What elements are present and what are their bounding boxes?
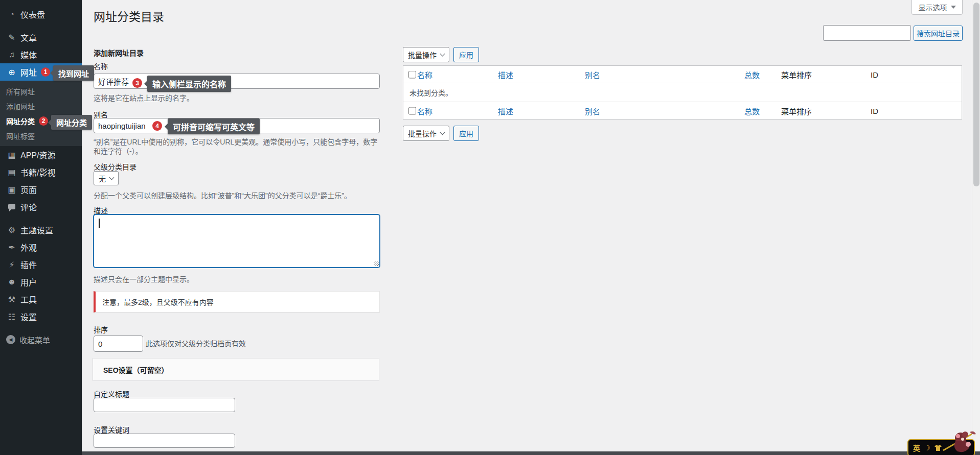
tooltip-text: 找到网址: [58, 68, 89, 79]
sidebar-item-dashboard[interactable]: ◔ 仪表盘: [0, 6, 82, 23]
sidebar-item-books-media[interactable]: ▤ 书籍/影视: [0, 163, 82, 181]
sidebar-item-label: 工具: [20, 293, 37, 305]
bulk-actions-top: 批量操作 应用: [403, 47, 479, 62]
overlay-glyph: 英: [913, 443, 920, 453]
column-header-id: ID: [871, 70, 878, 79]
chevron-down-icon: [109, 175, 115, 180]
sidebar-item-label: 外观: [20, 241, 37, 253]
sidebar-item-url-tags[interactable]: 网址标签: [0, 128, 82, 143]
tooltip-text: 输入侧栏显示的名称: [152, 78, 226, 90]
sidebar-item-plugins[interactable]: ⚡ 插件: [0, 256, 82, 273]
add-category-form: 添加新网址目录 名称 这将是它在站点上显示的名字。 别名 “别名”是在URL中使…: [94, 45, 380, 453]
sidebar-item-label: 用户: [20, 276, 37, 288]
menu-separator: [0, 215, 82, 221]
screen-options-label: 显示选项: [919, 2, 947, 12]
plugin-icon: ⚡: [6, 260, 17, 270]
book-icon: ▤: [6, 167, 17, 177]
bulk-action-select[interactable]: 批量操作: [403, 126, 449, 141]
bulk-action-value: 批量操作: [408, 128, 437, 138]
form-heading: 添加新网址目录: [94, 47, 144, 58]
sidebar-item-tools[interactable]: ⚒ 工具: [0, 291, 82, 308]
sidebar-item-label: 评论: [20, 201, 37, 213]
column-header-count[interactable]: 总数: [744, 69, 760, 80]
media-icon: ♫: [6, 50, 17, 59]
pages-icon: ▣: [6, 185, 17, 195]
warning-notice: 注意，最多2级，且父级不应有内容: [94, 291, 380, 313]
tooltip-text: 网址分类: [56, 117, 87, 128]
column-header-name[interactable]: 名称: [417, 105, 432, 116]
taskbar-edge: [82, 451, 980, 455]
name-help: 这将是它在站点上显示的名字。: [94, 93, 194, 103]
vertical-scrollbar[interactable]: [972, 0, 980, 455]
sidebar-item-comments[interactable]: 评论: [0, 198, 82, 215]
apply-button[interactable]: 应用: [453, 126, 479, 141]
comments-icon: [6, 202, 17, 211]
apply-button[interactable]: 应用: [453, 47, 479, 62]
page-title: 网址分类目录: [94, 7, 164, 25]
slug-help: “别名”是在URL中使用的别称，它可以令URL更美观。通常使用小写，只能包含字母…: [94, 137, 380, 156]
sidebar-item-label: 仪表盘: [20, 8, 45, 20]
sidebar-item-label: 网址标签: [6, 131, 35, 141]
custom-title-label: 自定义标题: [94, 389, 129, 399]
search-button[interactable]: 搜索网址目录: [914, 26, 963, 41]
posts-icon: ✎: [6, 33, 17, 42]
brush-icon: ✒: [6, 243, 17, 252]
select-all-checkbox[interactable]: [408, 107, 416, 114]
scrollbar-thumb[interactable]: [973, 3, 979, 186]
sliders-icon: ☷: [6, 312, 17, 322]
description-help: 描述只会在一部分主题中显示。: [94, 275, 194, 284]
menu-separator: [0, 325, 82, 331]
column-header-id: ID: [871, 106, 878, 115]
parent-category-value: 无: [99, 173, 106, 183]
custom-title-input[interactable]: [94, 398, 235, 412]
table-header-row: 名称 描述 别名 总数 菜单排序 ID: [403, 66, 962, 83]
sidebar-item-theme-settings[interactable]: ⚙ 主题设置: [0, 221, 82, 238]
sidebar-item-settings[interactable]: ☷ 设置: [0, 308, 82, 325]
name-label: 名称: [94, 61, 108, 71]
column-header-count[interactable]: 总数: [744, 105, 760, 116]
sidebar-item-pages[interactable]: ▣ 页面: [0, 181, 82, 198]
textarea-resize-handle[interactable]: [374, 261, 379, 266]
tour-tooltip-url-categories: 网址分类: [51, 115, 92, 130]
order-input[interactable]: [94, 336, 143, 352]
collapse-menu-button[interactable]: ◀ 收起菜单: [0, 331, 82, 348]
no-categories-text: 未找到分类。: [409, 87, 452, 98]
seo-settings-header: SEO设置（可留空）: [93, 358, 379, 381]
sidebar-item-label: 网址分类: [6, 116, 35, 126]
select-all-checkbox[interactable]: [408, 70, 416, 78]
search-input[interactable]: [823, 25, 911, 41]
table-footer-row: 名称 描述 别名 总数 菜单排序 ID: [403, 102, 962, 119]
tour-step-badge: 1: [41, 67, 50, 77]
text-cursor: [99, 219, 100, 228]
sidebar-item-label: 主题设置: [20, 224, 53, 236]
sidebar-item-appearance[interactable]: ✒ 外观: [0, 238, 82, 256]
column-header-menu-order: 菜单排序: [781, 69, 812, 80]
sidebar-item-add-url[interactable]: 添加网址: [0, 99, 82, 113]
sidebar-item-media[interactable]: ♫ 媒体: [0, 46, 82, 63]
column-header-name[interactable]: 名称: [417, 69, 432, 80]
column-header-slug[interactable]: 别名: [585, 105, 600, 116]
order-help: 此选项仅对父级分类归档页有效: [146, 339, 246, 348]
sidebar-item-all-urls[interactable]: 所有网址: [0, 84, 82, 99]
description-textarea[interactable]: [94, 214, 380, 268]
screen-options-button[interactable]: 显示选项: [911, 0, 963, 15]
sidebar-item-label: 所有网址: [6, 86, 35, 97]
sidebar-item-posts[interactable]: ✎ 文章: [0, 29, 82, 46]
sidebar-item-label: 网址: [20, 66, 37, 78]
tour-step-badge: 3: [132, 78, 142, 88]
column-header-description[interactable]: 描述: [498, 69, 513, 80]
column-header-slug[interactable]: 别名: [585, 69, 600, 80]
keywords-input[interactable]: [94, 434, 235, 448]
keywords-label: 设置关键词: [94, 424, 129, 435]
bulk-action-select[interactable]: 批量操作: [403, 47, 449, 62]
user-icon: ☻: [6, 277, 17, 286]
collapse-arrow-icon: ◀: [6, 335, 15, 344]
sidebar-item-app-resources[interactable]: ▦ APP/资源: [0, 146, 82, 163]
sidebar-item-users[interactable]: ☻ 用户: [0, 273, 82, 291]
order-label: 排序: [94, 324, 108, 334]
parent-category-select[interactable]: 无: [94, 171, 119, 185]
seo-settings-heading: SEO设置（可留空）: [103, 365, 169, 375]
column-header-description[interactable]: 描述: [498, 105, 513, 116]
empty-row: 未找到分类。: [403, 83, 962, 102]
game-overlay[interactable]: 英 ☽: [907, 429, 978, 455]
